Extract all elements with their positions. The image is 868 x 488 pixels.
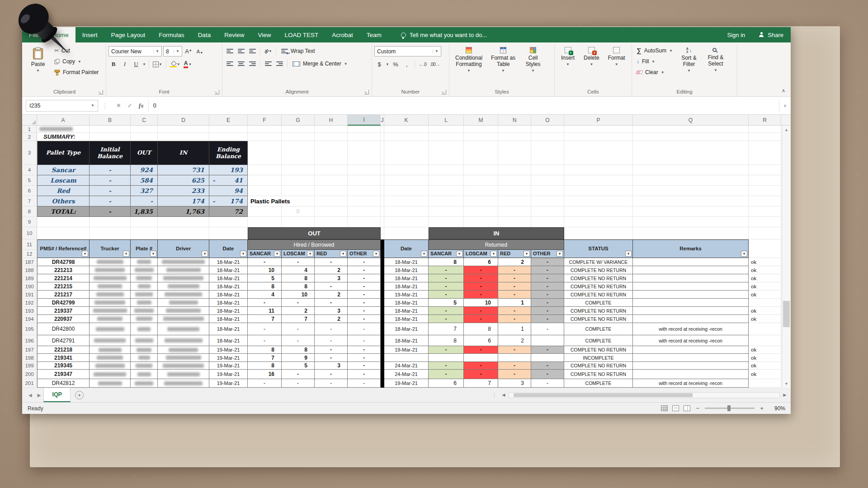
cell-N8[interactable] bbox=[498, 206, 531, 217]
cell-R190[interactable]: ok bbox=[749, 282, 781, 291]
cell-G193[interactable]: 2 bbox=[282, 307, 315, 315]
cell-Q187[interactable] bbox=[633, 258, 749, 266]
cell-A9[interactable] bbox=[37, 217, 90, 227]
cell-F7[interactable]: Plastic Pallets bbox=[248, 196, 315, 206]
cell-B190[interactable] bbox=[90, 282, 131, 291]
tell-me-box[interactable]: Tell me what you want to do... bbox=[401, 27, 487, 42]
cell-K3[interactable] bbox=[384, 141, 429, 165]
row-header-12[interactable]: 12 bbox=[22, 250, 37, 258]
cell-B7[interactable]: - bbox=[90, 196, 131, 206]
cell-P6[interactable] bbox=[564, 186, 633, 196]
cell-A5[interactable]: Loscam bbox=[37, 175, 90, 186]
cell-O195[interactable]: - bbox=[531, 323, 564, 335]
cell-D187[interactable] bbox=[158, 258, 209, 266]
select-all-corner[interactable] bbox=[22, 115, 37, 126]
zoom-slider[interactable] bbox=[705, 408, 755, 409]
cell-L9[interactable] bbox=[429, 217, 464, 227]
cell-A197[interactable]: 221218 bbox=[37, 346, 90, 354]
zoom-slider-thumb[interactable] bbox=[727, 405, 731, 411]
row-header-8[interactable]: 8 bbox=[22, 206, 37, 217]
cell-Q2[interactable] bbox=[633, 133, 749, 141]
cell-B2[interactable] bbox=[90, 133, 131, 141]
cell-I9[interactable] bbox=[348, 217, 381, 227]
cell-M7[interactable] bbox=[464, 196, 498, 206]
cell-G201[interactable]: - bbox=[282, 379, 315, 388]
cell-P195[interactable]: COMPLETE bbox=[564, 323, 633, 335]
underline-button[interactable]: U bbox=[131, 59, 141, 69]
clipboard-dialog-launcher[interactable] bbox=[99, 90, 103, 94]
column-header-Q[interactable]: Q bbox=[633, 115, 749, 126]
cell-N9[interactable] bbox=[498, 217, 531, 227]
cell-B188[interactable] bbox=[90, 266, 131, 274]
cell-L193[interactable]: - bbox=[429, 307, 464, 315]
header-sancar-in[interactable]: SANCAR▾ bbox=[429, 250, 464, 258]
column-header-J[interactable]: J bbox=[381, 115, 384, 126]
cell-K193[interactable]: 18-Mar-21 bbox=[384, 307, 429, 315]
sort-filter-button[interactable]: AZ↓Sort & Filter▼ bbox=[676, 45, 702, 88]
cell-G198[interactable]: 9 bbox=[282, 354, 315, 362]
cell-I192[interactable]: - bbox=[348, 299, 381, 307]
percent-button[interactable]: % bbox=[391, 59, 401, 69]
cell-P9[interactable] bbox=[564, 217, 633, 227]
cell-G5[interactable] bbox=[282, 175, 315, 186]
cell-M1[interactable] bbox=[464, 126, 498, 133]
cell-J7[interactable] bbox=[381, 196, 384, 206]
cell-J9[interactable] bbox=[381, 217, 384, 227]
cell-K201[interactable]: 19-Mar-21 bbox=[384, 379, 429, 388]
cell-B1[interactable] bbox=[90, 126, 131, 133]
cell-B193[interactable] bbox=[90, 307, 131, 315]
cell-E4[interactable]: 193 bbox=[209, 165, 248, 175]
next-sheet-icon[interactable]: ▶ bbox=[35, 393, 44, 398]
cell-K195[interactable]: 18-Mar-21 bbox=[384, 323, 429, 335]
clear-button[interactable]: Clear▼ bbox=[634, 67, 675, 77]
row-header-193[interactable]: 193 bbox=[22, 307, 37, 315]
expand-formula-bar-icon[interactable]: ∨ bbox=[779, 100, 791, 112]
row-header-196[interactable]: 196 bbox=[22, 335, 37, 346]
cell-Q189[interactable] bbox=[633, 274, 749, 282]
cell-Q5[interactable] bbox=[633, 175, 749, 186]
cell-N190[interactable]: - bbox=[498, 282, 531, 291]
cell-F192[interactable]: - bbox=[248, 299, 282, 307]
cell-N193[interactable]: - bbox=[498, 307, 531, 315]
cell-I196[interactable]: - bbox=[348, 335, 381, 346]
cell-N1[interactable] bbox=[498, 126, 531, 133]
cell-L195[interactable]: 7 bbox=[429, 323, 464, 335]
normal-view-icon[interactable] bbox=[661, 405, 668, 411]
cell-O198[interactable] bbox=[531, 354, 564, 362]
cell-L189[interactable]: - bbox=[429, 274, 464, 282]
cell-J5[interactable] bbox=[381, 175, 384, 186]
cell-E9[interactable] bbox=[209, 217, 248, 227]
cell-B194[interactable] bbox=[90, 315, 131, 323]
conditional-formatting-button[interactable]: Conditional Formatting▼ bbox=[452, 45, 486, 88]
cell-I191[interactable]: - bbox=[348, 291, 381, 299]
share-button[interactable]: Share bbox=[759, 32, 783, 38]
row-header-1[interactable]: 1 bbox=[22, 126, 37, 133]
cell-M2[interactable] bbox=[464, 133, 498, 141]
cell-R7[interactable] bbox=[749, 196, 781, 206]
row-header-189[interactable]: 189 bbox=[22, 274, 37, 282]
zoom-in-icon[interactable]: + bbox=[759, 405, 764, 412]
cell-E201[interactable]: 19-Mar-21 bbox=[209, 379, 248, 388]
vertical-scrollbar[interactable]: ▲ ▼ bbox=[782, 126, 791, 388]
cell-K1[interactable] bbox=[384, 126, 429, 133]
cell-E5[interactable]: -41 bbox=[209, 175, 248, 186]
cell-P3[interactable] bbox=[564, 141, 633, 165]
name-box[interactable]: I235▼ bbox=[26, 100, 98, 112]
row-header-10[interactable]: 10 bbox=[22, 227, 37, 239]
cell-J4[interactable] bbox=[381, 165, 384, 175]
cell-O200[interactable]: - bbox=[531, 370, 564, 379]
align-center-button[interactable] bbox=[236, 59, 246, 69]
cell-Q191[interactable] bbox=[633, 291, 749, 299]
cell-G191[interactable]: 10 bbox=[282, 291, 315, 299]
cell-H9[interactable] bbox=[315, 217, 348, 227]
header-red-out[interactable]: RED▾ bbox=[315, 250, 348, 258]
cell-H8[interactable] bbox=[315, 206, 348, 217]
column-header-B[interactable]: B bbox=[90, 115, 131, 126]
header-other-out[interactable]: OTHER▾ bbox=[348, 250, 381, 258]
header-remarks[interactable]: Remarks▾ bbox=[633, 239, 749, 258]
cell-H196[interactable]: - bbox=[315, 335, 348, 346]
cell-P201[interactable]: COMPLETE bbox=[564, 379, 633, 388]
cell-F2[interactable] bbox=[248, 133, 282, 141]
cell-R187[interactable]: ok bbox=[749, 258, 781, 266]
decrease-font-button[interactable]: A▼ bbox=[195, 47, 205, 56]
